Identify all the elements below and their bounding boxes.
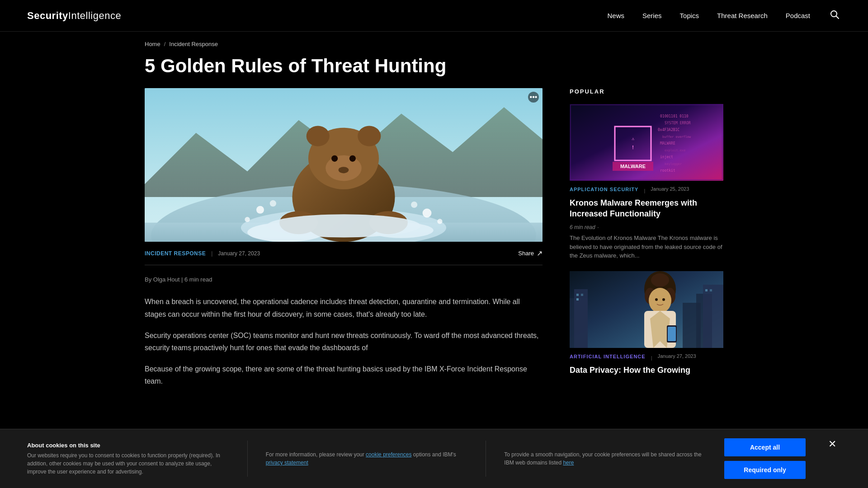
card1-date: January 25, 2023 — [651, 186, 689, 192]
svg-text:exploit.exe: exploit.exe — [665, 149, 685, 152]
article-meta-left: Incident Response | January 27, 2023 — [145, 250, 260, 257]
card2-category: ARTIFICIAL INTELLIGENCE — [570, 354, 646, 359]
cookie-text-3: To provide a smooth navigation, your coo… — [504, 450, 706, 467]
accept-all-button[interactable]: Accept all — [724, 438, 806, 456]
svg-point-25 — [411, 202, 417, 208]
svg-point-24 — [270, 200, 276, 206]
svg-line-1 — [836, 16, 839, 19]
cookie-preferences-link[interactable]: cookie preferences — [366, 451, 411, 458]
nav-topics[interactable]: Topics — [680, 12, 699, 19]
svg-rect-47 — [683, 303, 701, 348]
card2-date: January 27, 2023 — [658, 353, 696, 359]
cookie-text-1: Our websites require you to consent to c… — [27, 451, 229, 476]
svg-point-11 — [307, 126, 330, 146]
author-separator: | — [181, 276, 184, 283]
svg-point-14 — [331, 155, 338, 162]
card1-title: Kronos Malware Reemerges with Increased … — [570, 198, 723, 219]
popular-card-2[interactable]: ARTIFICIAL INTELLIGENCE | January 27, 20… — [570, 271, 723, 375]
svg-text:SYSTEM ERROR: SYSTEM ERROR — [665, 121, 691, 125]
required-only-button[interactable]: Required only — [724, 461, 806, 479]
svg-point-20 — [256, 206, 264, 214]
svg-rect-46 — [703, 285, 723, 348]
nav-series[interactable]: Series — [642, 12, 662, 19]
hero-overlay-dots: ••• — [528, 92, 539, 103]
svg-point-23 — [437, 219, 442, 224]
search-button[interactable] — [828, 8, 841, 23]
cookie-divider-1 — [247, 441, 248, 477]
svg-rect-52 — [710, 289, 712, 291]
cookie-close-button[interactable]: ✕ — [824, 438, 841, 450]
article-hero-image: ••• — [145, 88, 542, 242]
popular-card-1[interactable]: 01001101 0110 SYSTEM ERROR 0x4F3A2B1C bu… — [570, 104, 723, 260]
svg-point-12 — [358, 126, 381, 146]
svg-text:MALWARE: MALWARE — [660, 141, 675, 145]
article-date: January 27, 2023 — [218, 250, 260, 257]
cookie-section-3: To provide a smooth navigation, your coo… — [504, 450, 706, 467]
svg-point-56 — [651, 273, 669, 287]
nav-news[interactable]: News — [608, 12, 625, 19]
cookie-buttons: Accept all Required only — [724, 438, 806, 479]
logo: SecurityIntelligence — [27, 10, 121, 22]
svg-text:MALWARE: MALWARE — [620, 164, 646, 169]
popular-card-1-image: 01001101 0110 SYSTEM ERROR 0x4F3A2B1C bu… — [570, 104, 723, 181]
card2-title: Data Privacy: How the Growing — [570, 365, 723, 375]
content-grid: ••• Incident Response | January 27, 2023… — [145, 88, 723, 423]
nav-podcast[interactable]: Podcast — [786, 12, 810, 19]
cookie-text-3a: To provide a smooth navigation, your coo… — [504, 451, 701, 466]
svg-point-22 — [423, 209, 432, 218]
article-paragraph-1: When a breach is uncovered, the operatio… — [145, 296, 542, 320]
card1-read-time: 6 min read — [570, 224, 595, 230]
svg-point-64 — [662, 298, 665, 301]
svg-text:⚠: ⚠ — [632, 136, 635, 141]
breadcrumb-separator: / — [164, 41, 166, 47]
svg-rect-49 — [581, 294, 583, 296]
card1-category: APPLICATION SECURITY — [570, 187, 638, 192]
svg-text:keylogger: keylogger — [665, 162, 682, 166]
svg-text:01001101 0110: 01001101 0110 — [660, 114, 689, 118]
breadcrumb-current: Incident Response — [169, 41, 218, 47]
article-title: 5 Golden Rules of Threat Hunting — [145, 55, 723, 77]
svg-point-15 — [349, 155, 356, 162]
share-label: Share — [518, 250, 534, 257]
privacy-statement-link[interactable]: privacy statement — [266, 460, 308, 466]
cookie-title-1: About cookies on this site — [27, 442, 229, 449]
article-body: When a breach is uncovered, the operatio… — [145, 296, 542, 387]
article-paragraph-3: Because of the growing scope, there are … — [145, 363, 542, 387]
svg-rect-62 — [668, 327, 676, 341]
svg-point-16 — [339, 167, 349, 174]
svg-rect-50 — [576, 298, 579, 300]
svg-point-57 — [649, 288, 671, 313]
cookie-text-2: For more information, please review your… — [266, 450, 468, 467]
svg-text:!: ! — [632, 145, 634, 150]
svg-point-63 — [655, 298, 658, 301]
breadcrumb: Home / Incident Response — [145, 32, 723, 55]
popular-card-2-image — [570, 271, 723, 348]
breadcrumb-home[interactable]: Home — [145, 41, 160, 47]
cookie-divider-2 — [486, 441, 486, 477]
article-meta: Incident Response | January 27, 2023 Sha… — [145, 242, 542, 265]
cookie-section-2: For more information, please review your… — [266, 450, 468, 467]
site-header: SecurityIntelligence News Series Topics … — [0, 0, 868, 32]
article-main: ••• Incident Response | January 27, 2023… — [145, 88, 542, 396]
read-time: 6 min read — [184, 276, 212, 283]
card1-excerpt: The Evolution of Kronos Malware The Kron… — [570, 234, 723, 260]
svg-point-21 — [245, 217, 250, 222]
article-category[interactable]: Incident Response — [145, 250, 206, 257]
author-name-text[interactable]: Olga Hout — [153, 276, 180, 283]
nav-threat-research[interactable]: Threat Research — [717, 12, 768, 19]
svg-rect-44 — [574, 289, 588, 348]
cookie-banner: About cookies on this site Our websites … — [0, 429, 868, 488]
share-button[interactable]: Share ↗ — [518, 249, 542, 258]
author-line: By Olga Hout | 6 min read — [145, 276, 542, 283]
meta-divider: | — [211, 250, 212, 257]
svg-text:buffer overflow: buffer overflow — [662, 135, 691, 139]
svg-rect-48 — [576, 294, 579, 296]
author-by: By — [145, 276, 151, 283]
svg-text:rootkit: rootkit — [660, 169, 675, 173]
svg-text:0x4F3A2B1C: 0x4F3A2B1C — [658, 128, 679, 132]
logo-light: Intelligence — [68, 10, 121, 21]
here-link[interactable]: here — [563, 460, 574, 466]
article-paragraph-2: Security operations center (SOC) teams m… — [145, 329, 542, 354]
svg-rect-51 — [705, 289, 708, 291]
cookie-section-1: About cookies on this site Our websites … — [27, 442, 229, 476]
